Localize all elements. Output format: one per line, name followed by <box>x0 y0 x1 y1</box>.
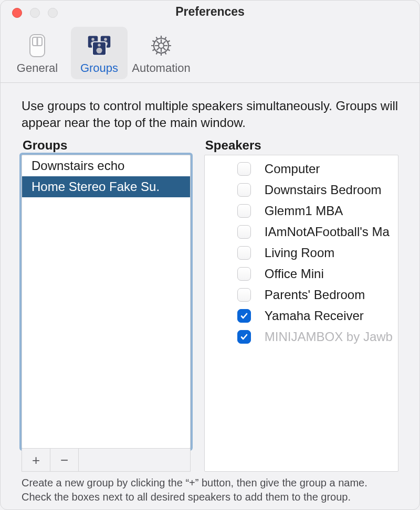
speaker-row[interactable]: Glemm1 MBA <box>205 200 398 221</box>
speaker-row[interactable]: MINIJAMBOX by Jawb <box>205 326 398 347</box>
add-group-button[interactable]: + <box>22 449 50 471</box>
speaker-checkbox[interactable] <box>237 309 251 323</box>
speaker-name: Parents' Bedroom <box>265 288 365 302</box>
speakers-list[interactable]: ComputerDownstairs BedroomGlemm1 MBAIAmN… <box>204 155 398 472</box>
gear-icon <box>149 33 174 58</box>
svg-line-25 <box>167 41 170 42</box>
svg-point-4 <box>91 38 94 41</box>
speaker-name: IAmNotAFootball's Ma <box>265 225 390 239</box>
checkmark-icon <box>240 333 248 341</box>
svg-line-27 <box>163 48 166 50</box>
speaker-row[interactable]: Computer <box>205 158 398 179</box>
groups-list[interactable]: Downstairs echoHome Stereo Fake Su. <box>22 155 191 449</box>
svg-line-24 <box>165 37 166 39</box>
speakers-icon <box>87 33 112 58</box>
tab-automation[interactable]: Automation <box>133 27 190 79</box>
speaker-name: Glemm1 MBA <box>265 204 343 218</box>
speaker-row[interactable]: Downstairs Bedroom <box>205 179 398 200</box>
switch-icon <box>27 33 48 58</box>
speaker-checkbox[interactable] <box>237 246 251 260</box>
speaker-checkbox[interactable] <box>237 288 251 302</box>
svg-line-16 <box>165 52 166 54</box>
speaker-checkbox[interactable] <box>237 330 251 344</box>
speaker-checkbox[interactable] <box>237 183 251 197</box>
speaker-name: Yamaha Receiver <box>265 309 364 323</box>
speaker-row[interactable]: Yamaha Receiver <box>205 305 398 326</box>
speaker-name: Computer <box>265 162 320 176</box>
speaker-name: MINIJAMBOX by Jawb <box>265 330 393 344</box>
columns: Groups Downstairs echoHome Stereo Fake S… <box>22 135 398 472</box>
speaker-name: Office Mini <box>265 267 324 281</box>
plus-icon: + <box>32 453 40 467</box>
speaker-row[interactable]: IAmNotAFootball's Ma <box>205 221 398 242</box>
svg-line-15 <box>167 49 170 51</box>
speaker-name: Living Room <box>265 246 334 260</box>
window-title: Preferences <box>1 5 419 19</box>
speaker-row[interactable]: Parents' Bedroom <box>205 284 398 305</box>
speakers-header: Speakers <box>204 135 398 155</box>
group-row[interactable]: Home Stereo Fake Su. <box>22 176 190 197</box>
speaker-checkbox[interactable] <box>237 267 251 281</box>
groups-bottombar: + − <box>22 449 191 472</box>
minus-icon: − <box>60 453 68 467</box>
svg-line-19 <box>153 49 155 51</box>
speaker-checkbox[interactable] <box>237 162 251 176</box>
svg-point-7 <box>104 38 107 41</box>
svg-point-11 <box>96 48 102 54</box>
tab-label: Groups <box>80 61 118 75</box>
gear-icon <box>149 33 174 58</box>
groups-column: Groups Downstairs echoHome Stereo Fake S… <box>22 135 191 472</box>
group-row[interactable]: Downstairs echo <box>22 155 190 176</box>
toolbar: General Groups Automation <box>1 24 419 83</box>
content: Use groups to control multiple speakers … <box>1 83 419 509</box>
groups-header: Groups <box>22 135 191 155</box>
speakers-icon <box>87 34 112 57</box>
tab-groups[interactable]: Groups <box>71 27 128 79</box>
speaker-checkbox[interactable] <box>237 225 251 239</box>
switch-icon <box>25 33 50 58</box>
titlebar: Preferences <box>1 1 419 24</box>
remove-group-button[interactable]: − <box>50 449 79 471</box>
speaker-row[interactable]: Office Mini <box>205 263 398 284</box>
svg-line-31 <box>157 41 160 44</box>
preferences-window: Preferences General Groups Automation <box>0 0 420 510</box>
tab-label: General <box>17 61 58 75</box>
tab-label: Automation <box>132 61 190 75</box>
svg-line-29 <box>157 48 160 50</box>
checkmark-icon <box>240 312 248 320</box>
speaker-checkbox[interactable] <box>237 204 251 218</box>
speakers-column: Speakers ComputerDownstairs BedroomGlemm… <box>204 135 398 472</box>
intro-text: Use groups to control multiple speakers … <box>22 98 398 132</box>
svg-line-33 <box>163 41 166 44</box>
groups-wrap: Downstairs echoHome Stereo Fake Su. + − <box>22 155 191 472</box>
bottombar-spacer <box>79 449 190 471</box>
svg-line-18 <box>156 52 158 54</box>
svg-point-10 <box>98 44 101 47</box>
speaker-row[interactable]: Living Room <box>205 242 398 263</box>
group-name: Downstairs echo <box>32 158 124 173</box>
speaker-name: Downstairs Bedroom <box>265 183 382 197</box>
svg-line-21 <box>153 41 155 42</box>
tab-general[interactable]: General <box>9 27 66 79</box>
group-name: Home Stereo Fake Su. <box>32 179 160 194</box>
footer-text: Create a new group by clicking the “+” b… <box>22 472 398 504</box>
svg-line-22 <box>156 37 158 39</box>
